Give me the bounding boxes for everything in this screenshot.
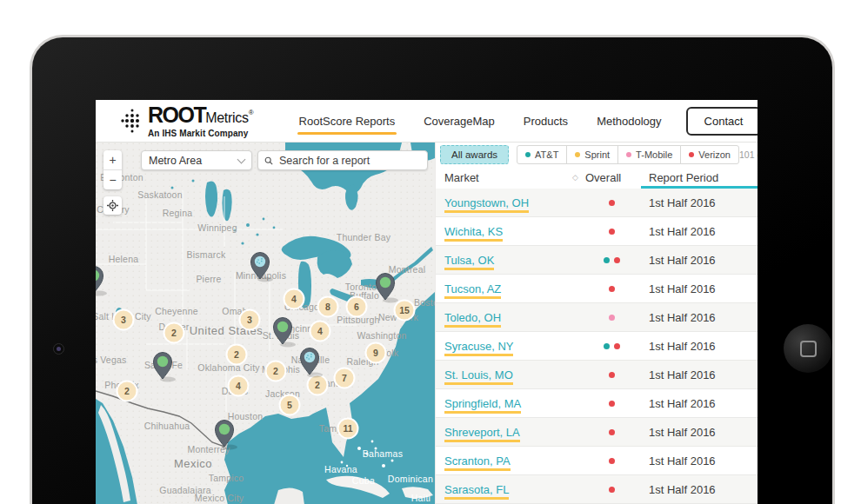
market-cell: Springfield, MA [436, 395, 585, 411]
logo-metrics: Metrics [205, 110, 248, 125]
map-label-city: Bismarck [187, 249, 226, 260]
market-link[interactable]: Toledo, OH [444, 311, 501, 328]
map-cluster-marker[interactable]: 4 [229, 376, 249, 396]
search-input[interactable] [277, 154, 421, 168]
pin-inner-circle [380, 277, 390, 288]
report-period-cell: 1st Half 2016 [637, 368, 758, 381]
market-cell: Youngstown, OH [436, 195, 585, 210]
overall-cell [585, 372, 637, 378]
zoom-out-button[interactable]: − [103, 170, 122, 189]
market-cell: Sarasota, FL [436, 481, 585, 497]
pin-dot [258, 262, 260, 264]
table-row: Tucson, AZ1st Half 2016 [436, 275, 758, 303]
map-cluster-marker[interactable]: 2 [266, 361, 286, 381]
cluster-count: 6 [354, 302, 359, 312]
market-link[interactable]: Scranton, PA [444, 454, 511, 471]
overall-cell [585, 257, 637, 263]
nav-item-rootscore-reports[interactable]: RootScore Reports [299, 101, 396, 142]
overall-cell [585, 458, 637, 464]
map[interactable]: United StatesMexico EdmontonCalgarySaska… [96, 143, 435, 504]
map-cluster-marker[interactable]: 15 [395, 301, 415, 321]
filter-verizon[interactable]: Verizon [680, 145, 739, 164]
map-cluster-marker[interactable]: 8 [318, 297, 338, 317]
cluster-count: 4 [291, 294, 297, 304]
column-header-report-period[interactable]: Report Period ^ [637, 171, 758, 184]
filter-all-awards[interactable]: All awards [440, 145, 509, 164]
market-link[interactable]: Youngstown, OH [444, 196, 529, 213]
carrier-label: AT&T [535, 149, 558, 160]
nav-item-methodology[interactable]: Methodology [597, 101, 661, 142]
att-dot-icon [525, 152, 531, 157]
table-row: Shreveport, LA1st Half 2016 [436, 418, 758, 447]
market-cell: Tucson, AZ [436, 281, 585, 296]
locate-me-button[interactable] [103, 196, 122, 215]
report-search-box[interactable] [257, 150, 428, 170]
pin-inner-circle [219, 424, 230, 434]
market-link[interactable]: Sarasota, FL [444, 483, 509, 500]
map-cluster-marker[interactable]: 3 [240, 310, 260, 330]
map-cluster-marker[interactable]: 5 [280, 395, 300, 415]
map-cluster-marker[interactable]: 11 [338, 419, 358, 439]
map-cluster-marker[interactable]: 3 [114, 310, 134, 330]
map-cluster-marker[interactable]: 2 [164, 323, 184, 343]
filter-tmobile[interactable]: T-Mobile [617, 145, 681, 164]
map-label-water: Havana [324, 464, 357, 474]
column-header-overall[interactable]: Overall [585, 171, 637, 184]
tablet-frame: ROOTMetrics® An IHS Markit Company RootS… [30, 35, 835, 504]
pin-dot [307, 355, 309, 356]
overall-cell [585, 401, 637, 407]
market-link[interactable]: Syracuse, NY [444, 340, 513, 356]
map-cluster-marker[interactable]: 4 [310, 322, 330, 342]
map-pane[interactable]: United StatesMexico EdmontonCalgarySaska… [96, 143, 435, 504]
table-row: Springfield, MA1st Half 2016 [436, 389, 758, 418]
zoom-in-button[interactable]: + [103, 150, 122, 170]
map-cluster-marker[interactable]: 6 [347, 297, 367, 317]
map-label-city: Boston [414, 297, 435, 308]
active-sort-underline [641, 186, 758, 189]
report-period-cell: 1st Half 2016 [637, 340, 758, 353]
overall-cell [585, 343, 637, 349]
map-cluster-marker[interactable]: 2 [308, 375, 328, 395]
table-header: Market ◇ Overall Report Period ^ [436, 166, 758, 189]
map-label-city: Chihuahua [144, 421, 190, 431]
logo-root: ROOT [148, 103, 205, 127]
market-link[interactable]: Shreveport, LA [444, 426, 520, 442]
map-label-city: Pierre [196, 274, 221, 284]
map-cluster-marker[interactable]: 2 [117, 381, 137, 401]
market-link[interactable]: Tulsa, OK [444, 254, 494, 270]
map-cluster-marker[interactable]: 2 [227, 345, 247, 365]
market-link[interactable]: Tucson, AZ [444, 282, 501, 299]
contact-button[interactable]: Contact [686, 107, 758, 136]
cluster-count: 2 [234, 349, 239, 360]
logo-registered-mark: ® [249, 109, 254, 116]
filter-sprint[interactable]: Sprint [566, 145, 618, 164]
rootmetrics-logo[interactable]: ROOTMetrics® An IHS Markit Company [120, 103, 254, 138]
award-filter-bar: All awards AT&TSprintT-MobileVerizon 101… [436, 143, 758, 166]
table-row: Wichita, KS1st Half 2016 [436, 217, 758, 246]
map-cluster-marker[interactable]: 9 [366, 343, 386, 363]
cluster-count: 4 [317, 326, 323, 336]
map-cluster-marker[interactable]: 4 [284, 289, 304, 309]
nav-item-products[interactable]: Products [524, 101, 568, 142]
home-square-icon [800, 341, 817, 357]
filter-att[interactable]: AT&T [517, 145, 567, 164]
sprint-dot-icon [575, 152, 580, 157]
map-label-city: Winnipeg [197, 222, 237, 233]
report-period-cell: 1st Half 2016 [637, 454, 758, 468]
map-label-city: Mexico City [195, 493, 244, 503]
tmobile-award-dot [609, 315, 615, 321]
sort-icon[interactable]: ◇ [572, 173, 578, 182]
metro-area-dropdown[interactable]: Metro Area [141, 150, 252, 170]
market-link[interactable]: Wichita, KS [444, 225, 503, 242]
market-link[interactable]: St. Louis, MO [444, 368, 513, 385]
market-link[interactable]: Springfield, MA [444, 397, 521, 414]
cluster-count: 2 [124, 386, 130, 396]
page: { "header": { "logo": {"root": "ROOT", "… [0, 0, 861, 504]
map-label-city: Cheyenne [155, 306, 197, 316]
column-header-market[interactable]: Market ◇ [436, 171, 585, 184]
map-cluster-marker[interactable]: 7 [335, 368, 355, 388]
reports-pane: All awards AT&TSprintT-MobileVerizon 101… [435, 143, 758, 504]
metro-area-value: Metro Area [149, 155, 238, 167]
home-button[interactable] [784, 324, 832, 373]
nav-item-coveragemap[interactable]: CoverageMap [424, 101, 495, 142]
